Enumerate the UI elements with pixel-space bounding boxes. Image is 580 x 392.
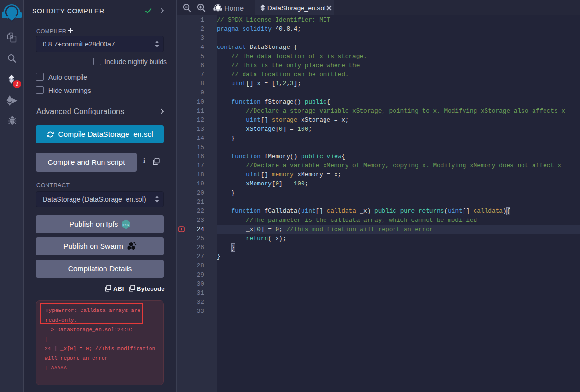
svg-text:IPFS: IPFS: [123, 223, 129, 226]
